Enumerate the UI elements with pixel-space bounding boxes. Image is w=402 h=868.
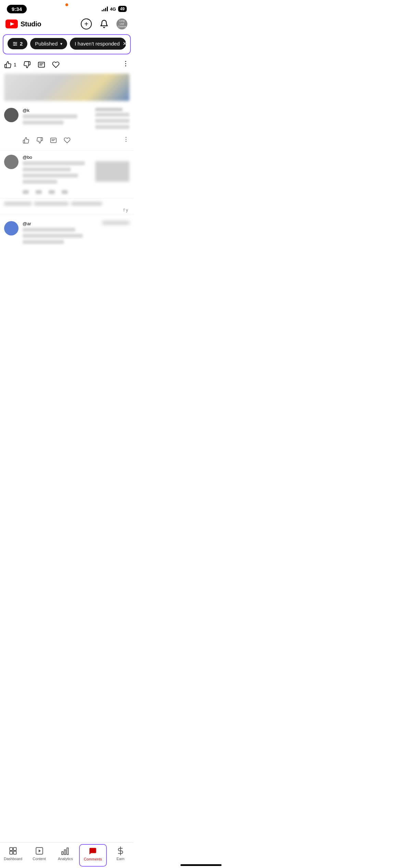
header-icons: + LongLiveCinema [80,18,128,30]
comment-3-side [102,221,129,246]
bell-icon [100,20,109,28]
signal-icon [102,7,108,11]
close-icon[interactable]: ✕ [123,40,127,47]
thumbs-up-icon [4,61,12,68]
comment-1-heart-button[interactable] [64,137,71,144]
comment-heart-icon [64,137,71,144]
comment-1-more-button[interactable] [123,136,129,145]
comment-text-line-1 [23,114,77,118]
comment-text-line-2 [23,120,64,125]
thumbs-up-outline-icon [23,137,29,144]
commenter-avatar-3 [4,221,18,235]
thumbs-down-outline-icon [36,137,43,144]
app-title: Studio [21,20,41,28]
channel-avatar: LongLiveCinema [116,18,127,29]
divider-2 [0,198,134,199]
comment-item-3: @ar [4,218,129,249]
comment-1-actions [4,134,129,149]
middle-info-row [0,200,134,207]
svg-point-12 [125,63,126,64]
comment-body-2: @bo [23,155,129,186]
comment-reply-icon [50,137,57,144]
heart-icon [52,61,60,68]
published-label: Published [35,41,58,47]
battery-label: 49 [118,6,127,12]
video-thumbnail [4,74,129,101]
comment-1-like-button[interactable] [23,137,29,144]
responded-filter-button[interactable]: I haven't responded ✕ [70,38,126,50]
chevron-down-icon: ▾ [60,41,62,46]
youtube-logo-icon [5,20,18,28]
create-button[interactable]: + [80,18,92,30]
notifications-button[interactable] [98,18,110,30]
comment-body-1: @k [23,108,91,131]
dislike-button[interactable] [23,61,31,68]
more-vert-icon [123,136,129,143]
comment-side-info-1 [95,108,129,131]
status-time: 9:34 [7,5,27,13]
svg-rect-14 [51,138,56,142]
svg-point-18 [126,139,127,140]
comment-1-reply-button[interactable] [50,137,57,144]
commenter-avatar-2 [4,155,18,169]
comment-section: 1 [0,57,134,149]
reply-icon [38,61,45,68]
status-right: 4G 49 [102,6,127,12]
filter-count-button[interactable]: 2 [8,38,27,49]
filter-count: 2 [20,41,23,47]
plus-circle-icon: + [81,18,92,29]
comment-1-dislike-button[interactable] [36,137,43,144]
svg-point-19 [126,141,127,142]
svg-point-7 [14,44,15,46]
filter-bar: 2 Published ▾ I haven't responded ✕ [3,34,131,54]
divider-3 [0,214,134,214]
svg-point-6 [15,43,16,44]
commenter-handle-3: @ar [23,221,98,226]
sliders-icon [12,41,18,47]
svg-point-17 [126,137,127,138]
more-vertical-icon [122,60,129,67]
thumbs-down-icon [23,61,31,68]
comment-item-1: @k [4,105,129,134]
svg-point-11 [125,61,126,62]
divider-1 [0,150,134,151]
comment-2-container: @bo [0,152,134,197]
comment-item-2: @bo [4,152,129,189]
svg-rect-8 [38,62,45,67]
svg-point-5 [14,42,15,43]
commenter-avatar-1 [4,108,18,122]
logo-area: Studio [5,20,41,28]
comment-body-3: @ar [23,221,98,246]
app-header: Studio + LongLiveCinema [0,15,134,34]
commenter-handle-2: @bo [23,155,129,160]
like-count: 1 [14,62,16,67]
more-options-button[interactable] [122,60,129,69]
heart-button[interactable] [52,61,60,68]
network-label: 4G [110,7,116,12]
partial-text: f y [0,207,134,213]
like-button[interactable]: 1 [4,61,16,68]
notch-indicator [65,3,68,6]
published-filter-button[interactable]: Published ▾ [30,38,67,49]
comment-2-actions [4,189,129,197]
status-bar: 9:34 4G 49 [0,0,134,15]
first-comment-actions: 1 [4,57,129,74]
responded-label: I haven't responded [75,41,120,47]
channel-avatar-button[interactable]: LongLiveCinema [116,18,128,30]
comment-3-container: @ar [0,216,134,290]
svg-point-13 [125,65,126,66]
reply-button[interactable] [38,61,45,68]
commenter-handle-1: @k [23,108,91,113]
